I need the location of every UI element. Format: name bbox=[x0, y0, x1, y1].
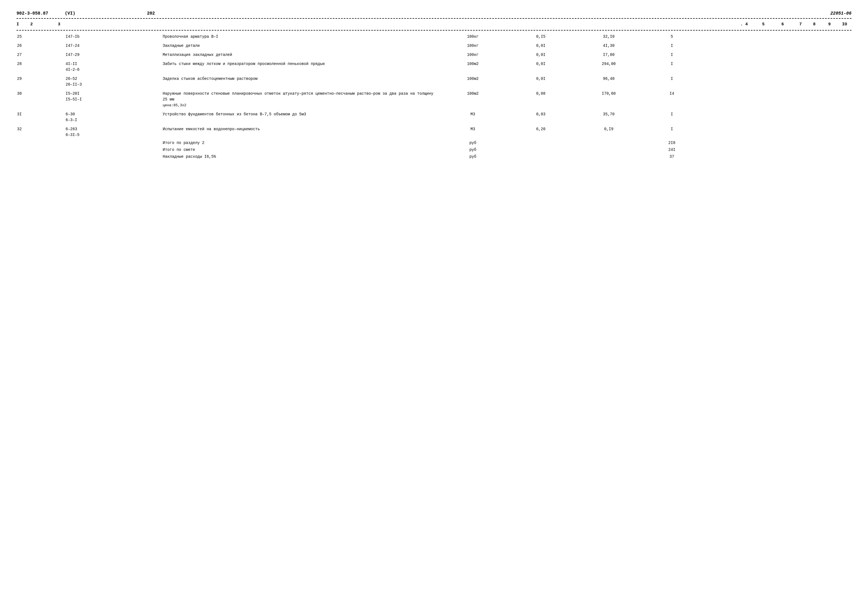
summary-c7: 24I bbox=[648, 146, 696, 153]
row-desc: Закладные детали bbox=[162, 41, 434, 51]
table-row: 27 I47–29 Металлизация закладных деталей… bbox=[17, 51, 851, 60]
row-unit: 100кг bbox=[434, 51, 512, 60]
row-unit: 100кг bbox=[434, 32, 512, 41]
col-header-3: 3 bbox=[58, 22, 733, 27]
row-c10 bbox=[803, 41, 851, 51]
col-header-8: 8 bbox=[807, 22, 821, 27]
row-c10 bbox=[803, 51, 851, 60]
row-c10 bbox=[803, 125, 851, 140]
row-num: 27 bbox=[17, 51, 65, 60]
main-table: 25 I47–Ib Проволочная арматура В–I 100кг… bbox=[17, 32, 851, 160]
row-c10 bbox=[803, 74, 851, 89]
summary-c7: 2I8 bbox=[648, 140, 696, 146]
row-c5: 0,08 bbox=[512, 89, 570, 110]
summary-c8 bbox=[696, 140, 745, 146]
summary-c10 bbox=[803, 140, 851, 146]
table-row: 29 26–52 26–II–3 Заделка стыков асбестоц… bbox=[17, 74, 851, 89]
row-code: I5–20I I5–5I–I bbox=[65, 89, 162, 110]
row-c9 bbox=[745, 32, 803, 41]
row-desc: Заделка стыков асбестоцементным растворо… bbox=[162, 74, 434, 89]
row-c7: I bbox=[648, 60, 696, 74]
row-c10 bbox=[803, 89, 851, 110]
row-code: 4I–II 4I–2–6 bbox=[65, 60, 162, 74]
row-c6: 0,I9 bbox=[570, 125, 648, 140]
row-num: 29 bbox=[17, 74, 65, 89]
row-desc: Металлизация закладных деталей bbox=[162, 51, 434, 60]
summary-c10 bbox=[803, 146, 851, 153]
row-c7: I bbox=[648, 110, 696, 125]
summary-c9 bbox=[745, 140, 803, 146]
summary-c8 bbox=[696, 146, 745, 153]
summary-row: Накладные расходы I6,5% руб 37 bbox=[17, 153, 851, 160]
doc-version: (VI) bbox=[65, 11, 75, 16]
row-c6: 294,00 bbox=[570, 60, 648, 74]
table-row: 3I 6–30 6–3–I Устройство фундаментов бет… bbox=[17, 110, 851, 125]
col-header-10: IO bbox=[838, 22, 851, 27]
row-c7: I bbox=[648, 51, 696, 60]
row-desc: Наружные поверхности стеновые планировоч… bbox=[162, 89, 434, 110]
row-desc: Испытание емкостей на водонепро–ницаемос… bbox=[162, 125, 434, 140]
row-c9 bbox=[745, 60, 803, 74]
row-c10 bbox=[803, 110, 851, 125]
row-c5: 0,03 bbox=[512, 110, 570, 125]
summary-c9 bbox=[745, 146, 803, 153]
summary-code bbox=[65, 146, 162, 153]
row-c7: I bbox=[648, 125, 696, 140]
row-code: I47–24 bbox=[65, 41, 162, 51]
row-c9 bbox=[745, 110, 803, 125]
summary-num bbox=[17, 146, 65, 153]
summary-c5 bbox=[512, 146, 570, 153]
row-c9 bbox=[745, 51, 803, 60]
summary-c10 bbox=[803, 153, 851, 160]
row-c5: 0,0I bbox=[512, 41, 570, 51]
doc-number: 902-3-058.87 bbox=[17, 11, 48, 16]
col-header-9: 9 bbox=[821, 22, 838, 27]
summary-label: Накладные расходы I6,5% bbox=[162, 153, 434, 160]
summary-num bbox=[17, 153, 65, 160]
summary-num bbox=[17, 140, 65, 146]
row-c5: 0,0I bbox=[512, 51, 570, 60]
col-header-7: 7 bbox=[794, 22, 807, 27]
summary-c8 bbox=[696, 153, 745, 160]
row-unit: 100кг bbox=[434, 41, 512, 51]
summary-label: Итого по разделу 2 bbox=[162, 140, 434, 146]
summary-row: Итого по смете руб 24I bbox=[17, 146, 851, 153]
row-desc: Забить стыки между лотком и преазратором… bbox=[162, 60, 434, 74]
row-c8 bbox=[696, 32, 745, 41]
row-c9 bbox=[745, 74, 803, 89]
row-c7: I4 bbox=[648, 89, 696, 110]
row-unit: М3 bbox=[434, 125, 512, 140]
summary-c7: 37 bbox=[648, 153, 696, 160]
row-num: 25 bbox=[17, 32, 65, 41]
row-c8 bbox=[696, 125, 745, 140]
table-row: 30 I5–20I I5–5I–I Наружные поверхности с… bbox=[17, 89, 851, 110]
row-desc: Проволочная арматура В–I bbox=[162, 32, 434, 41]
row-c7: I bbox=[648, 41, 696, 51]
row-c6: 35,70 bbox=[570, 110, 648, 125]
row-c9 bbox=[745, 125, 803, 140]
summary-c6 bbox=[570, 153, 648, 160]
row-c5: 0,I5 bbox=[512, 32, 570, 41]
row-c10 bbox=[803, 32, 851, 41]
row-unit: 100м2 bbox=[434, 89, 512, 110]
summary-c5 bbox=[512, 140, 570, 146]
row-c8 bbox=[696, 60, 745, 74]
row-c8 bbox=[696, 74, 745, 89]
row-c8 bbox=[696, 89, 745, 110]
summary-c9 bbox=[745, 153, 803, 160]
summary-code bbox=[65, 140, 162, 146]
top-divider bbox=[17, 18, 851, 19]
row-c5: 0,0I bbox=[512, 60, 570, 74]
doc-code: 22051-06 bbox=[830, 11, 851, 16]
col-header-6: 6 bbox=[772, 22, 794, 27]
table-row: 28 4I–II 4I–2–6 Забить стыки между лотко… bbox=[17, 60, 851, 74]
row-c6: 96,40 bbox=[570, 74, 648, 89]
summary-unit: руб bbox=[434, 146, 512, 153]
row-c8 bbox=[696, 110, 745, 125]
summary-code bbox=[65, 153, 162, 160]
row-code: I47–Ib bbox=[65, 32, 162, 41]
row-c8 bbox=[696, 41, 745, 51]
row-unit: 100м2 bbox=[434, 74, 512, 89]
row-c9 bbox=[745, 89, 803, 110]
table-row: 32 6–263 6–3I–5 Испытание емкостей на во… bbox=[17, 125, 851, 140]
